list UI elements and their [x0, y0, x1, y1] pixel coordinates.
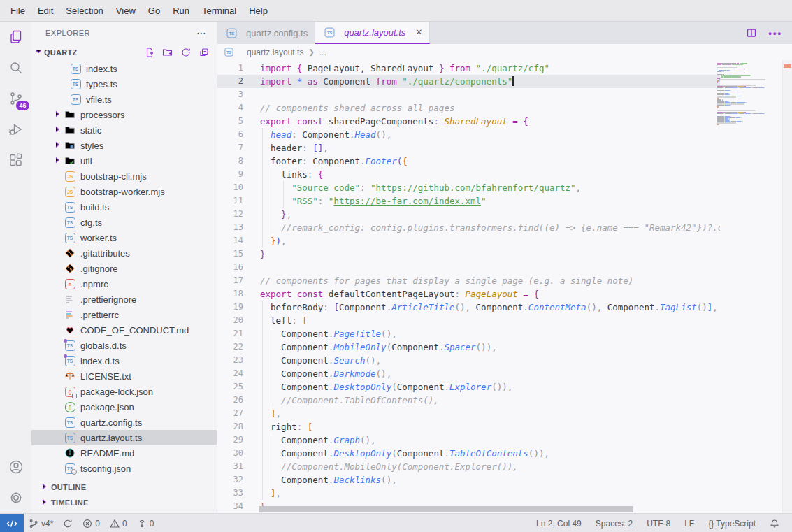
- refresh-icon[interactable]: [180, 47, 192, 58]
- code-line-20[interactable]: 20 left: [: [217, 314, 720, 327]
- code-line-25[interactable]: 25 Component.DesktopOnly(Component.Explo…: [217, 380, 720, 394]
- tree-item-quartz-config-ts[interactable]: TSquartz.config.ts: [31, 415, 217, 430]
- activity-settings-gear-icon[interactable]: [0, 482, 31, 513]
- code-line-18[interactable]: 18export const defaultContentPageLayout:…: [217, 287, 720, 301]
- code-line-19[interactable]: 19 beforeBody: [Component.ArticleTitle()…: [217, 301, 720, 314]
- code-line-30[interactable]: 30 Component.DesktopOnly(Component.Table…: [217, 447, 720, 460]
- activity-extensions-icon[interactable]: [0, 145, 31, 175]
- tree-item-index-ts[interactable]: TSindex.ts: [31, 61, 217, 76]
- code-line-32[interactable]: 32 Component.Backlinks(),: [217, 473, 720, 487]
- tree-item-util[interactable]: util: [31, 153, 217, 168]
- tree-item-vfile-ts[interactable]: TSvfile.ts: [31, 92, 217, 107]
- menu-item-view[interactable]: View: [110, 3, 142, 18]
- tree-item-code-of-conduct-md[interactable]: CODE_OF_CONDUCT.md: [31, 322, 217, 338]
- code-line-27[interactable]: 27 ],: [217, 407, 720, 420]
- tree-item--npmrc[interactable]: n.npmrc: [31, 276, 217, 292]
- tree-item-processors[interactable]: processors: [31, 107, 217, 122]
- language-mode[interactable]: {} TypeScript: [701, 519, 763, 529]
- warnings-status[interactable]: 0: [105, 519, 132, 529]
- code-line-14[interactable]: 14 }),: [217, 234, 720, 247]
- encoding[interactable]: UTF-8: [640, 519, 677, 529]
- code-line-10[interactable]: 10 "Source code": "https://github.com/bf…: [217, 181, 720, 194]
- new-file-icon[interactable]: [144, 47, 155, 58]
- overview-ruler[interactable]: [782, 60, 792, 513]
- menu-item-help[interactable]: Help: [243, 3, 274, 18]
- cursor-position[interactable]: Ln 2, Col 49: [529, 519, 589, 529]
- tree-item-bootstrap-cli-mjs[interactable]: JSbootstrap-cli.mjs: [31, 168, 217, 184]
- menu-item-edit[interactable]: Edit: [31, 3, 59, 18]
- tree-item-package-json[interactable]: {}package.json: [31, 399, 217, 415]
- code-line-33[interactable]: 33 ],: [217, 487, 720, 500]
- activity-files-icon[interactable]: [0, 22, 31, 52]
- code-line-7[interactable]: 7 header: [],: [217, 141, 720, 154]
- notifications[interactable]: [763, 519, 786, 529]
- eol[interactable]: LF: [677, 519, 701, 529]
- code-line-26[interactable]: 26 //Component.TableOfContents(),: [217, 394, 720, 407]
- code-line-24[interactable]: 24 Component.Darkmode(),: [217, 367, 720, 380]
- menu-item-run[interactable]: Run: [166, 3, 196, 18]
- new-folder-icon[interactable]: [162, 47, 173, 58]
- activity-account-icon[interactable]: [0, 452, 31, 482]
- code-line-15[interactable]: 15}: [217, 247, 720, 261]
- tree-item--prettierignore[interactable]: .prettierignore: [31, 292, 217, 307]
- breadcrumb[interactable]: TS quartz.layout.ts ❯ ...: [217, 44, 792, 60]
- git-branch-status[interactable]: v4*: [24, 519, 58, 529]
- code-line-8[interactable]: 8 footer: Component.Footer({: [217, 154, 720, 168]
- activity-source-control-icon[interactable]: 46: [0, 83, 31, 114]
- code-line-23[interactable]: 23 Component.Search(),: [217, 354, 720, 367]
- code-editor[interactable]: 1import { PageLayout, SharedLayout } fro…: [217, 60, 792, 513]
- code-line-5[interactable]: 5export const sharedPageComponents: Shar…: [217, 115, 720, 128]
- indentation[interactable]: Spaces: 2: [589, 519, 640, 529]
- tree-item-worker-ts[interactable]: TSworker.ts: [31, 230, 217, 245]
- menu-item-selection[interactable]: Selection: [59, 3, 109, 18]
- tree-item-types-ts[interactable]: TStypes.ts: [31, 76, 217, 92]
- code-line-28[interactable]: 28 right: [: [217, 420, 720, 433]
- code-line-31[interactable]: 31 //Component.MobileOnly(Component.Expl…: [217, 460, 720, 473]
- code-line-16[interactable]: 16: [217, 261, 720, 274]
- breadcrumb-symbol[interactable]: ...: [319, 48, 326, 57]
- code-line-29[interactable]: 29 Component.Graph(),: [217, 433, 720, 447]
- code-line-9[interactable]: 9 links: {: [217, 168, 720, 181]
- menu-item-terminal[interactable]: Terminal: [196, 3, 243, 18]
- activity-search-icon[interactable]: [0, 52, 31, 83]
- tree-item-static[interactable]: static: [31, 122, 217, 138]
- horizontal-scrollbar[interactable]: [259, 506, 633, 512]
- folder-section-header[interactable]: QUARTZ: [31, 44, 217, 60]
- outline-section[interactable]: OUTLINE: [31, 480, 217, 495]
- code-line-22[interactable]: 22 Component.MobileOnly(Component.Spacer…: [217, 340, 720, 354]
- tree-item--gitignore[interactable]: .gitignore: [31, 261, 217, 276]
- code-line-4[interactable]: 4// components shared across all pages: [217, 101, 720, 115]
- remote-indicator[interactable]: [0, 514, 24, 532]
- tree-item-build-ts[interactable]: TSbuild.ts: [31, 199, 217, 215]
- tree-item-quartz-layout-ts[interactable]: TSquartz.layout.ts: [31, 430, 217, 445]
- errors-status[interactable]: 0: [78, 519, 105, 529]
- tree-item-cfg-ts[interactable]: TScfg.ts: [31, 215, 217, 230]
- code-line-12[interactable]: 12 },: [217, 208, 720, 221]
- tree-item-index-d-ts[interactable]: TSindex.d.ts: [31, 353, 217, 368]
- code-line-17[interactable]: 17// components for pages that display a…: [217, 274, 720, 287]
- timeline-section[interactable]: TIMELINE: [31, 495, 217, 510]
- views-more-actions-icon[interactable]: ⋯: [196, 27, 207, 38]
- more-actions-icon[interactable]: •••: [768, 28, 782, 38]
- collapse-all-icon[interactable]: [199, 47, 210, 58]
- code-line-2[interactable]: 2import * as Component from "./quartz/co…: [217, 75, 720, 88]
- activity-run-debug-icon[interactable]: [0, 114, 31, 145]
- tree-item-license-txt[interactable]: LICENSE.txt: [31, 368, 217, 384]
- breadcrumb-file[interactable]: quartz.layout.ts: [247, 48, 303, 57]
- menu-item-file[interactable]: File: [4, 3, 31, 18]
- code-line-21[interactable]: 21 Component.PageTitle(),: [217, 327, 720, 340]
- tree-item--prettierrc[interactable]: .prettierrc: [31, 307, 217, 322]
- code-line-11[interactable]: 11 "RSS": "https://be-far.com/index.xml": [217, 194, 720, 208]
- tree-item-tsconfig-json[interactable]: TStsconfig.json: [31, 461, 217, 476]
- tree-item-readme-md[interactable]: README.md: [31, 445, 217, 461]
- code-line-1[interactable]: 1import { PageLayout, SharedLayout } fro…: [217, 62, 720, 75]
- tree-item--gitattributes[interactable]: .gitattributes: [31, 245, 217, 261]
- tree-item-bootstrap-worker-mjs[interactable]: JSbootstrap-worker.mjs: [31, 184, 217, 199]
- minimap[interactable]: [713, 62, 783, 513]
- split-editor-icon[interactable]: [746, 27, 757, 38]
- ports-status[interactable]: 0: [132, 519, 159, 529]
- code-line-6[interactable]: 6 head: Component.Head(),: [217, 128, 720, 141]
- tree-item-package-lock-json[interactable]: {}package-lock.json: [31, 384, 217, 399]
- menu-item-go[interactable]: Go: [142, 3, 166, 18]
- code-line-3[interactable]: 3: [217, 88, 720, 101]
